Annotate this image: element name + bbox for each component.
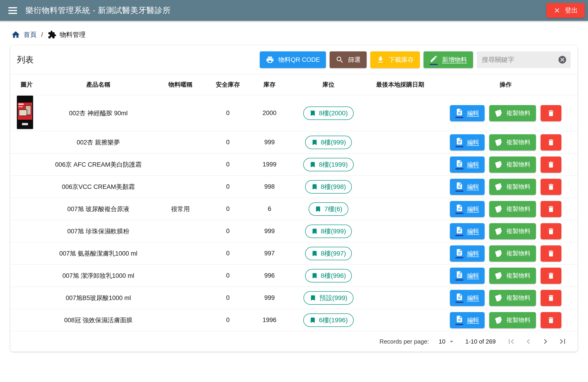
last-page-icon bbox=[558, 337, 567, 346]
edit-button[interactable]: 編輯 bbox=[450, 312, 484, 328]
location-chip[interactable]: 8樓(999) bbox=[305, 136, 352, 149]
location-chip[interactable]: 8樓(999) bbox=[305, 225, 352, 238]
copy-button[interactable]: 複製物料 bbox=[489, 105, 536, 121]
breadcrumb-home-link[interactable]: 首頁 bbox=[23, 30, 37, 39]
location-chip[interactable]: 8樓(996) bbox=[305, 269, 352, 282]
delete-button[interactable] bbox=[541, 246, 561, 262]
first-page-button[interactable] bbox=[505, 336, 517, 347]
last-purchase-date bbox=[367, 131, 434, 154]
edit-button[interactable]: 編輯 bbox=[450, 290, 484, 306]
copy-button[interactable]: 複製物料 bbox=[489, 179, 536, 195]
download-inventory-button[interactable]: 下載庫存 bbox=[370, 51, 420, 68]
last-purchase-date bbox=[367, 309, 434, 331]
copy-label: 複製物料 bbox=[506, 205, 530, 213]
add-material-button[interactable]: 新增物料 bbox=[423, 51, 473, 68]
last-purchase-date bbox=[367, 220, 434, 242]
copy-button[interactable]: 複製物料 bbox=[489, 268, 536, 284]
search-input[interactable] bbox=[482, 56, 557, 64]
pencil-icon bbox=[430, 55, 438, 65]
location-chip[interactable]: 8樓(998) bbox=[305, 180, 352, 194]
column-header-safety-stock: 安全庫存 bbox=[207, 74, 249, 95]
last-purchase-date bbox=[367, 95, 434, 131]
copy-button[interactable]: 複製物料 bbox=[489, 246, 536, 262]
last-page-button[interactable] bbox=[557, 336, 568, 347]
location-chip[interactable]: 7樓(6) bbox=[309, 202, 348, 216]
chevron-right-icon bbox=[541, 337, 550, 346]
home-icon bbox=[11, 30, 20, 39]
edit-label: 編輯 bbox=[467, 109, 479, 117]
location-label: 8樓(997) bbox=[321, 249, 346, 258]
clear-search-icon[interactable] bbox=[557, 54, 568, 65]
location-chip[interactable]: 8樓(997) bbox=[305, 247, 352, 260]
delete-button[interactable] bbox=[541, 157, 561, 173]
document-icon bbox=[456, 315, 463, 325]
add-material-label: 新增物料 bbox=[442, 56, 467, 64]
copy-button[interactable]: 複製物料 bbox=[489, 201, 536, 217]
column-header-last-purchase-date: 最後本地採購日期 bbox=[367, 74, 434, 95]
stock-value: 998 bbox=[249, 176, 290, 198]
edit-button[interactable]: 編輯 bbox=[450, 179, 484, 195]
delete-button[interactable] bbox=[541, 179, 561, 195]
qr-code-button[interactable]: 物料QR CODE bbox=[260, 51, 326, 68]
column-header-nickname: 物料暱稱 bbox=[154, 74, 207, 95]
edit-button[interactable]: 編輯 bbox=[450, 246, 484, 262]
product-name: 006京VCC CREAM美顏霜 bbox=[43, 176, 154, 198]
trash-icon bbox=[547, 316, 555, 324]
copy-button[interactable]: 複製物料 bbox=[489, 134, 536, 151]
copy-label: 複製物料 bbox=[506, 316, 530, 324]
search-icon bbox=[336, 56, 344, 64]
product-name: 006京 AFC CREAM美白防護霜 bbox=[43, 154, 154, 176]
edit-button[interactable]: 編輯 bbox=[450, 134, 484, 151]
copy-button[interactable]: 複製物料 bbox=[489, 312, 536, 328]
bookmark-icon bbox=[310, 294, 316, 301]
trash-icon bbox=[547, 294, 555, 302]
product-image bbox=[17, 96, 33, 129]
delete-button[interactable] bbox=[541, 268, 561, 284]
table-row: 007旭B5玻尿酸1000 ml 0 999 預設(999) 編輯 bbox=[10, 287, 578, 309]
delete-button[interactable] bbox=[541, 105, 561, 121]
menu-icon[interactable] bbox=[6, 5, 20, 16]
edit-button[interactable]: 編輯 bbox=[450, 201, 484, 217]
last-purchase-date bbox=[367, 242, 434, 265]
safety-stock-value: 0 bbox=[207, 309, 249, 331]
copy-label: 複製物料 bbox=[506, 249, 530, 257]
bookmark-icon bbox=[309, 317, 316, 324]
previous-page-button[interactable] bbox=[523, 336, 534, 347]
edit-button[interactable]: 編輯 bbox=[450, 268, 484, 284]
safety-stock-value: 0 bbox=[207, 176, 249, 198]
next-page-button[interactable] bbox=[540, 336, 551, 347]
product-name: 007旭B5玻尿酸1000 ml bbox=[43, 287, 154, 309]
edit-label: 編輯 bbox=[467, 160, 479, 169]
delete-button[interactable] bbox=[541, 290, 561, 306]
records-per-page-select[interactable]: 10 bbox=[439, 337, 456, 345]
materials-panel: 列表 物料QR CODE 篩選 下載庫存 新增物料 bbox=[10, 45, 578, 352]
delete-button[interactable] bbox=[541, 201, 561, 217]
delete-button[interactable] bbox=[541, 134, 561, 151]
copy-icon bbox=[494, 293, 504, 303]
logout-button[interactable]: 登出 bbox=[546, 3, 585, 18]
copy-button[interactable]: 複製物料 bbox=[489, 223, 536, 239]
bookmark-icon bbox=[311, 139, 318, 146]
copy-button[interactable]: 複製物料 bbox=[489, 157, 536, 173]
qr-code-label: 物料QR CODE bbox=[278, 56, 320, 64]
location-chip[interactable]: 8樓(2000) bbox=[303, 107, 354, 120]
delete-button[interactable] bbox=[541, 312, 561, 328]
filter-button[interactable]: 篩選 bbox=[330, 51, 367, 68]
location-chip[interactable]: 6樓(1996) bbox=[303, 314, 354, 327]
bookmark-icon bbox=[309, 110, 316, 117]
edit-button[interactable]: 編輯 bbox=[450, 157, 484, 173]
edit-button[interactable]: 編輯 bbox=[450, 223, 484, 239]
safety-stock-value: 0 bbox=[207, 265, 249, 287]
trash-icon bbox=[547, 272, 555, 280]
breadcrumb: 首頁 / 物料管理 bbox=[11, 30, 588, 39]
stock-value: 1996 bbox=[249, 309, 290, 331]
copy-icon bbox=[494, 271, 504, 281]
delete-button[interactable] bbox=[541, 223, 561, 239]
document-icon bbox=[456, 137, 463, 147]
edit-label: 編輯 bbox=[467, 294, 479, 302]
copy-button[interactable]: 複製物料 bbox=[489, 290, 536, 306]
location-chip[interactable]: 預設(999) bbox=[303, 291, 353, 305]
edit-button[interactable]: 編輯 bbox=[450, 105, 484, 121]
location-chip[interactable]: 8樓(1999) bbox=[303, 158, 354, 171]
stock-value: 999 bbox=[249, 287, 290, 309]
